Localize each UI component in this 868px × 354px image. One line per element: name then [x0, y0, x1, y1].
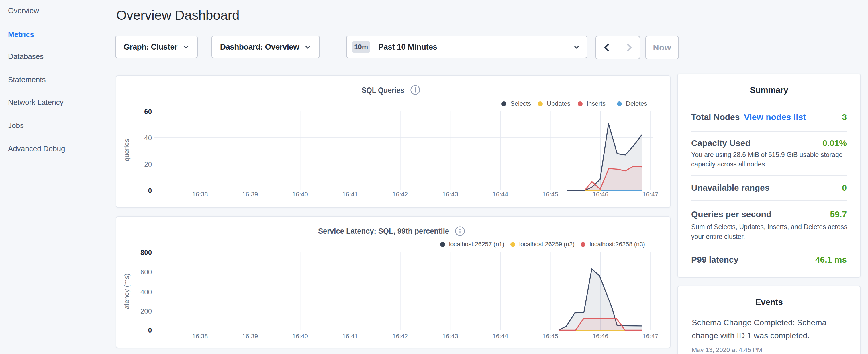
svg-text:16:46: 16:46 — [593, 191, 608, 198]
svg-text:16:41: 16:41 — [342, 332, 358, 340]
svg-text:latency (ms): latency (ms) — [123, 273, 130, 311]
svg-text:400: 400 — [141, 288, 152, 296]
svg-text:600: 600 — [141, 268, 152, 276]
svg-text:16:39: 16:39 — [242, 332, 258, 340]
svg-text:0: 0 — [148, 326, 152, 334]
svg-text:16:40: 16:40 — [292, 191, 308, 198]
svg-text:16:41: 16:41 — [342, 191, 358, 198]
svg-text:16:43: 16:43 — [442, 191, 458, 198]
svg-text:16:45: 16:45 — [542, 332, 558, 340]
svg-text:200: 200 — [141, 307, 152, 315]
svg-text:16:38: 16:38 — [192, 332, 208, 340]
svg-text:16:43: 16:43 — [442, 332, 458, 340]
svg-text:16:47: 16:47 — [643, 191, 658, 198]
svg-text:16:38: 16:38 — [192, 191, 208, 198]
svg-text:16:42: 16:42 — [392, 191, 408, 198]
svg-text:16:44: 16:44 — [492, 332, 508, 340]
svg-text:16:45: 16:45 — [542, 191, 558, 198]
svg-text:800: 800 — [141, 249, 152, 256]
svg-text:16:42: 16:42 — [392, 332, 408, 340]
svg-text:16:44: 16:44 — [492, 191, 508, 198]
svg-text:20: 20 — [144, 160, 152, 168]
svg-text:0: 0 — [148, 187, 152, 194]
svg-text:queries: queries — [123, 139, 130, 162]
svg-text:40: 40 — [144, 134, 152, 142]
svg-text:16:40: 16:40 — [292, 332, 308, 340]
svg-text:16:46: 16:46 — [593, 332, 608, 340]
svg-text:60: 60 — [144, 108, 152, 116]
svg-text:16:47: 16:47 — [643, 332, 658, 340]
svg-text:16:39: 16:39 — [242, 191, 258, 198]
